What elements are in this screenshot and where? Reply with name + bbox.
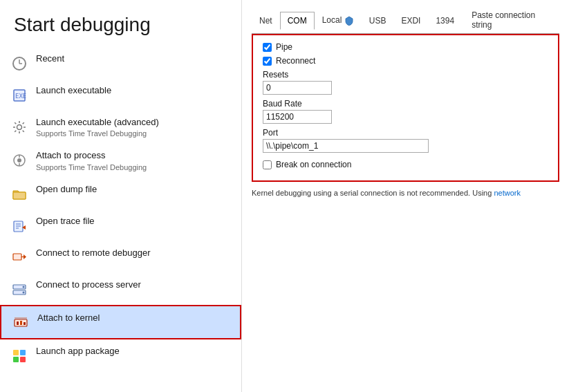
sidebar-item-launch-exe-adv[interactable]: Launch executable (advanced)Supports Tim… xyxy=(0,111,241,144)
sidebar-item-connect-process[interactable]: Connect to process server xyxy=(0,273,241,305)
sidebar-item-label: Open trace file xyxy=(36,215,95,227)
sidebar-item-attach-kernel[interactable]: Attach to kernel xyxy=(0,305,241,339)
sidebar-item-connect-remote[interactable]: Connect to remote debugger xyxy=(0,241,241,273)
port-label: Port xyxy=(263,128,548,138)
sidebar-item-label: Attach to process xyxy=(36,149,147,162)
sidebar-item-recent[interactable]: Recent xyxy=(0,47,241,79)
sidebar-item-open-dump[interactable]: Open dump file xyxy=(0,178,241,209)
tab-net[interactable]: Net xyxy=(252,12,280,30)
sidebar-item-sublabel: Supports Time Travel Debugging xyxy=(36,162,147,172)
reconnect-label: Reconnect xyxy=(276,56,315,66)
reconnect-checkbox[interactable] xyxy=(263,57,272,66)
sidebar-item-label: Connect to process server xyxy=(36,279,141,291)
clock-icon xyxy=(10,54,29,73)
nav-list: Recent EXE Launch executable Launch exec… xyxy=(0,47,241,371)
sidebar-item-label: Open dump file xyxy=(36,183,97,196)
pipe-label: Pipe xyxy=(276,42,292,52)
svg-rect-30 xyxy=(13,357,19,362)
sidebar-item-label: Launch executable xyxy=(36,84,111,97)
remote-icon xyxy=(10,248,29,268)
network-link[interactable]: network xyxy=(494,189,521,197)
svg-rect-31 xyxy=(20,357,26,362)
exe-icon: EXE xyxy=(10,86,29,105)
tabs-bar: NetCOMLocal USBEXDI1394Paste connection … xyxy=(252,7,559,34)
svg-rect-24 xyxy=(17,321,19,325)
svg-text:EXE: EXE xyxy=(15,93,26,100)
sidebar-item-launch-app[interactable]: Launch app package xyxy=(0,339,241,371)
kernel-icon xyxy=(11,313,30,333)
page-title: Start debugging xyxy=(0,7,241,47)
sidebar-item-label: Connect to remote debugger xyxy=(36,247,151,259)
svg-point-22 xyxy=(23,291,25,293)
svg-rect-25 xyxy=(20,321,22,325)
sidebar-item-label: Attach to kernel xyxy=(37,312,100,324)
resets-input[interactable] xyxy=(263,81,332,95)
break-checkbox[interactable] xyxy=(263,160,272,169)
process-server-icon xyxy=(10,280,29,299)
pipe-checkbox[interactable] xyxy=(263,43,272,52)
pipe-row: Pipe xyxy=(263,42,548,52)
tab-exdi[interactable]: EXDI xyxy=(393,12,428,30)
resets-label: Resets xyxy=(263,70,548,80)
sidebar-item-label: Recent xyxy=(36,53,64,65)
sidebar-item-open-trace[interactable]: Open trace file xyxy=(0,209,241,241)
svg-rect-26 xyxy=(24,322,26,325)
folder-icon xyxy=(10,185,29,204)
gear-icon xyxy=(10,118,29,137)
tab-local[interactable]: Local xyxy=(315,11,362,30)
port-input[interactable] xyxy=(263,139,429,153)
svg-point-7 xyxy=(17,158,21,162)
trace-icon xyxy=(10,216,29,236)
tab-com[interactable]: COM xyxy=(280,12,315,30)
break-label: Break on connection xyxy=(276,160,351,169)
sidebar-item-label: Launch app package xyxy=(36,345,120,357)
baud-rate-label: Baud Rate xyxy=(263,99,548,109)
app-icon xyxy=(10,346,29,366)
sidebar-item-sublabel: Supports Time Travel Debugging xyxy=(36,129,159,138)
baud-rate-input[interactable] xyxy=(263,110,332,124)
sidebar-item-attach-process[interactable]: Attach to processSupports Time Travel De… xyxy=(0,144,241,177)
svg-rect-10 xyxy=(13,192,26,199)
com-form: Pipe Reconnect Resets Baud Rate Port Bre… xyxy=(252,34,559,182)
tab-1394[interactable]: 1394 xyxy=(428,12,462,30)
svg-rect-16 xyxy=(13,254,21,260)
sidebar-item-launch-exe[interactable]: EXE Launch executable xyxy=(0,79,241,111)
tab-usb[interactable]: USB xyxy=(362,12,394,30)
svg-point-5 xyxy=(17,125,22,130)
info-text: Kernel debugging using a serial connecti… xyxy=(252,189,559,197)
svg-rect-28 xyxy=(13,350,19,355)
left-panel: Start debugging Recent EXE Launch execut… xyxy=(0,0,242,392)
right-panel: NetCOMLocal USBEXDI1394Paste connection … xyxy=(242,0,569,392)
svg-marker-18 xyxy=(24,254,26,259)
break-row: Break on connection xyxy=(263,160,548,169)
paste-connection-button[interactable]: Paste connection string xyxy=(469,7,559,33)
svg-point-21 xyxy=(23,286,25,288)
svg-rect-29 xyxy=(20,350,26,355)
sidebar-item-label: Launch executable (advanced) xyxy=(36,116,159,129)
attach-icon xyxy=(10,151,29,170)
reconnect-row: Reconnect xyxy=(263,56,548,66)
